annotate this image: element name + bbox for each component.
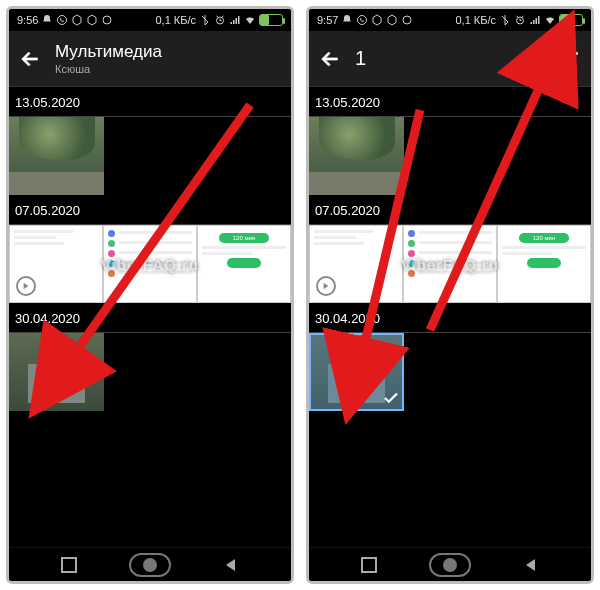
date-group-label: 07.05.2020 <box>309 195 591 225</box>
nav-bar <box>9 547 291 581</box>
signal-icon <box>529 14 541 26</box>
header-subtitle: Ксюша <box>55 63 162 75</box>
signal-icon <box>229 14 241 26</box>
header-selection: 1 <box>309 31 591 87</box>
date-group-label: 30.04.2020 <box>9 303 291 333</box>
media-thumbnail[interactable] <box>103 225 197 303</box>
back-nav-button[interactable] <box>517 551 545 579</box>
media-thumbnail[interactable]: 120 мин <box>497 225 591 303</box>
battery-icon <box>559 14 583 26</box>
svg-point-5 <box>403 16 411 24</box>
wifi-icon <box>244 14 256 26</box>
media-thumbnail[interactable]: 120 мин <box>197 225 291 303</box>
media-thumbnail[interactable] <box>309 225 403 303</box>
header-title: Мультимедиа <box>55 42 162 62</box>
card-time: 120 мин <box>519 233 569 243</box>
nav-bar <box>309 547 591 581</box>
whatsapp-icon <box>356 14 368 26</box>
card-time: 120 мин <box>219 233 269 243</box>
date-group-label: 07.05.2020 <box>9 195 291 225</box>
alarm-icon <box>514 14 526 26</box>
date-group-label: 13.05.2020 <box>309 87 591 117</box>
svg-rect-7 <box>362 558 376 572</box>
svg-point-4 <box>358 16 367 25</box>
svg-rect-3 <box>62 558 76 572</box>
download-button[interactable] <box>523 48 545 70</box>
media-thumbnail[interactable] <box>9 225 103 303</box>
bell-icon <box>341 14 353 26</box>
check-icon <box>382 389 400 407</box>
delete-button[interactable] <box>559 48 581 70</box>
status-time: 9:56 <box>17 14 38 26</box>
back-nav-button[interactable] <box>217 551 245 579</box>
wifi-icon <box>544 14 556 26</box>
status-time: 9:57 <box>317 14 338 26</box>
media-list[interactable]: 13.05.2020 07.05.2020 <box>9 87 291 547</box>
media-list[interactable]: 13.05.2020 07.05.2020 <box>309 87 591 547</box>
status-datarate: 0,1 КБ/с <box>455 14 496 26</box>
hex-icon <box>371 14 383 26</box>
phone-right: 9:57 0,1 КБ/с 1 13.05.2020 <box>306 6 594 584</box>
media-thumbnail[interactable] <box>309 117 404 195</box>
bell-icon <box>41 14 53 26</box>
whatsapp-icon <box>56 14 68 26</box>
circle-icon <box>101 14 113 26</box>
hex-icon <box>71 14 83 26</box>
media-thumbnail[interactable] <box>403 225 497 303</box>
date-group-label: 30.04.2020 <box>309 303 591 333</box>
phone-left: 9:56 0,1 КБ/с Мультимедиа Ксюша 13.05.20… <box>6 6 294 584</box>
battery-icon <box>259 14 283 26</box>
date-group-label: 13.05.2020 <box>9 87 291 117</box>
recents-button[interactable] <box>55 551 83 579</box>
header: Мультимедиа Ксюша <box>9 31 291 87</box>
media-thumbnail[interactable] <box>9 117 104 195</box>
back-button[interactable] <box>19 48 41 70</box>
circle-icon <box>401 14 413 26</box>
hex-icon-2 <box>386 14 398 26</box>
alarm-icon <box>214 14 226 26</box>
home-button[interactable] <box>129 553 171 577</box>
media-thumbnail-video[interactable] <box>9 333 104 411</box>
back-button[interactable] <box>319 48 341 70</box>
home-button[interactable] <box>429 553 471 577</box>
play-icon <box>40 355 74 389</box>
recents-button[interactable] <box>355 551 383 579</box>
svg-point-0 <box>58 16 67 25</box>
bluetooth-icon <box>499 14 511 26</box>
hex-icon-2 <box>86 14 98 26</box>
bluetooth-icon <box>199 14 211 26</box>
status-bar: 9:56 0,1 КБ/с <box>9 9 291 31</box>
svg-point-1 <box>103 16 111 24</box>
selection-count: 1 <box>355 47 366 70</box>
media-thumbnail-video-selected[interactable] <box>309 333 404 411</box>
status-datarate: 0,1 КБ/с <box>155 14 196 26</box>
status-bar: 9:57 0,1 КБ/с <box>309 9 591 31</box>
